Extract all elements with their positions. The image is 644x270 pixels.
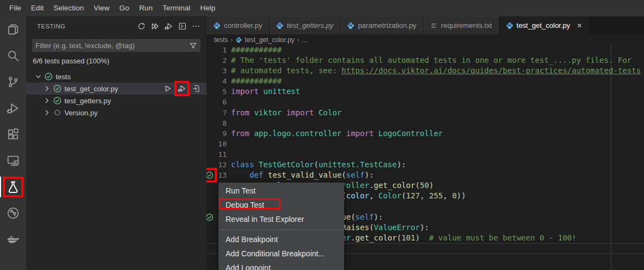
- remote-explorer-icon: [7, 154, 20, 167]
- breadcrumb-item[interactable]: tests: [214, 36, 228, 44]
- menu-edit[interactable]: Edit: [26, 0, 49, 16]
- test-tree-item-tests[interactable]: tests: [26, 71, 206, 83]
- gutter-line-7: 7: [206, 108, 231, 118]
- code-line-2[interactable]: 2# The 'tests' folder contains all autom…: [206, 55, 644, 66]
- context-menu-item-debug-test[interactable]: Debug Test: [218, 198, 344, 213]
- activity-item-run-and-debug[interactable]: [0, 95, 26, 121]
- tab-test_get_color-py[interactable]: test_get_color.py✕: [499, 16, 589, 34]
- activity-item-source-control[interactable]: [0, 69, 26, 95]
- list-icon: [430, 22, 438, 30]
- code-line-7[interactable]: 7from viktor import Color: [206, 108, 644, 118]
- tab-requirements-txt[interactable]: requirements.txt: [423, 16, 499, 34]
- pass-icon: [53, 96, 62, 105]
- close-icon[interactable]: ✕: [577, 22, 582, 30]
- code-line-3[interactable]: 3# automated tests, see: https://docs.vi…: [206, 66, 644, 76]
- show-output-button[interactable]: [176, 20, 188, 32]
- code-line-6[interactable]: 6: [206, 97, 644, 107]
- code-line-11[interactable]: 11: [206, 149, 644, 160]
- breadcrumb-separator: ›: [297, 36, 299, 44]
- menu-selection[interactable]: Selection: [49, 0, 89, 16]
- code-text: import unittest: [231, 86, 300, 97]
- pass-icon: [206, 213, 214, 221]
- tab-label: parametrization.py: [358, 21, 416, 30]
- more-actions-button[interactable]: [190, 20, 202, 32]
- tab-label: test_get_color.py: [517, 21, 570, 30]
- debug-test-icon[interactable]: [177, 84, 187, 93]
- test-filter-box[interactable]: [32, 39, 200, 52]
- run-all-tests-button[interactable]: [149, 20, 161, 32]
- code-text: ###########: [231, 45, 282, 55]
- context-menu-item-run-test[interactable]: Run Test: [218, 184, 344, 198]
- context-menu-item-add-breakpoint[interactable]: Add Breakpoint: [218, 233, 344, 247]
- activity-item-explorer[interactable]: [0, 16, 26, 43]
- code-text: # The 'tests' folder contains all automa…: [231, 55, 631, 66]
- test-tree-item-test_getters-py[interactable]: test_getters.py: [26, 95, 206, 107]
- test-item-label: test_get_color.py: [64, 85, 118, 93]
- chevron-down-icon[interactable]: [34, 72, 43, 81]
- code-line-8[interactable]: 8: [206, 118, 644, 128]
- gutter-line-2: 2: [206, 55, 231, 66]
- test-tree-item-test_get_color-py[interactable]: test_get_color.py: [26, 83, 206, 95]
- code-line-9[interactable]: 9from app.logo.controller import LogoCon…: [206, 128, 644, 139]
- activity-item-git-graph[interactable]: [0, 200, 26, 226]
- code-line-10[interactable]: 10: [206, 139, 644, 149]
- test-pass-gutter-icon[interactable]: [206, 171, 214, 179]
- run-action-icon: [163, 84, 172, 93]
- code-line-13[interactable]: 13 def test_valid_value(self):: [206, 170, 644, 180]
- tab-controller-py[interactable]: controller.py: [206, 16, 269, 34]
- code-text: ###########: [231, 76, 282, 86]
- gutter-line-8: 8: [206, 118, 231, 128]
- activity-item-search[interactable]: [0, 43, 26, 69]
- testing-beaker-icon: [7, 180, 20, 193]
- chevron-right-icon[interactable]: [43, 84, 51, 93]
- breadcrumb-item[interactable]: test_get_color.py: [245, 36, 294, 44]
- code-line-12[interactable]: 12class TestGetColor(unittest.TestCase):: [206, 160, 644, 170]
- context-menu-item-add-conditional-breakpoint[interactable]: Add Conditional Breakpoint...: [218, 247, 344, 261]
- menu-help[interactable]: Help: [195, 0, 220, 16]
- menu-run[interactable]: Run: [134, 0, 158, 16]
- extensions-icon: [7, 128, 20, 141]
- tab-test_getters-py[interactable]: test_getters.py: [269, 16, 340, 34]
- gutter-line-3: 3: [206, 66, 231, 76]
- menu-go[interactable]: Go: [115, 0, 134, 16]
- gutter-line-5: 5: [206, 86, 231, 97]
- code-line-5[interactable]: 5import unittest: [206, 86, 644, 97]
- menu-view[interactable]: View: [89, 0, 115, 16]
- testing-sidebar: TESTING 6/6 tests passed (100%) teststes…: [26, 16, 206, 270]
- goto-test-icon[interactable]: [191, 84, 201, 93]
- run-test-icon[interactable]: [163, 84, 173, 93]
- gutter-line-13: 13: [206, 170, 231, 180]
- refresh-tests-button[interactable]: [135, 20, 147, 32]
- debug-run-icon: [164, 22, 173, 31]
- code-line-4[interactable]: 4###########: [206, 76, 644, 86]
- activity-item-remote-explorer[interactable]: [0, 148, 26, 174]
- tab-parametrization-py[interactable]: parametrization.py: [340, 16, 423, 34]
- test-filter-input[interactable]: [36, 42, 189, 50]
- activity-item-extensions[interactable]: [0, 121, 26, 148]
- sidebar-title: TESTING: [37, 23, 134, 30]
- activity-item-docker[interactable]: [0, 226, 26, 253]
- context-menu-item-reveal-in-test-explorer[interactable]: Reveal in Test Explorer: [218, 213, 344, 227]
- gutter-line-4: 4: [206, 76, 231, 86]
- python-icon: [276, 22, 283, 30]
- menu-terminal[interactable]: Terminal: [157, 0, 195, 16]
- test-context-menu: Run TestDebug TestReveal in Test Explore…: [218, 183, 344, 270]
- tab-bar: controller.pytest_getters.pyparametrizat…: [206, 16, 644, 34]
- context-menu-item-add-logpoint[interactable]: Add Logpoint: [218, 261, 344, 270]
- debug-run-icon: [178, 84, 186, 93]
- tab-bar-empty-space: [589, 16, 644, 34]
- breadcrumb-separator: ›: [231, 36, 233, 44]
- debug-all-tests-button[interactable]: [163, 20, 175, 32]
- breadcrumb-item[interactable]: ...: [302, 36, 308, 44]
- activity-item-testing[interactable]: [0, 174, 26, 200]
- breadcrumb[interactable]: tests›test_get_color.py›...: [206, 34, 644, 45]
- menu-file[interactable]: File: [4, 0, 26, 16]
- code-text: class TestGetColor(unittest.TestCase):: [231, 160, 406, 170]
- chevron-right-icon[interactable]: [43, 96, 51, 105]
- code-text: from viktor import Color: [231, 108, 341, 118]
- code-line-1[interactable]: 1###########: [206, 45, 644, 55]
- filter-icon[interactable]: [189, 42, 197, 50]
- chevron-right-icon[interactable]: [43, 108, 51, 117]
- test-pass-gutter-icon[interactable]: [206, 213, 214, 221]
- test-tree-item-Version-py[interactable]: Version.py: [26, 107, 206, 119]
